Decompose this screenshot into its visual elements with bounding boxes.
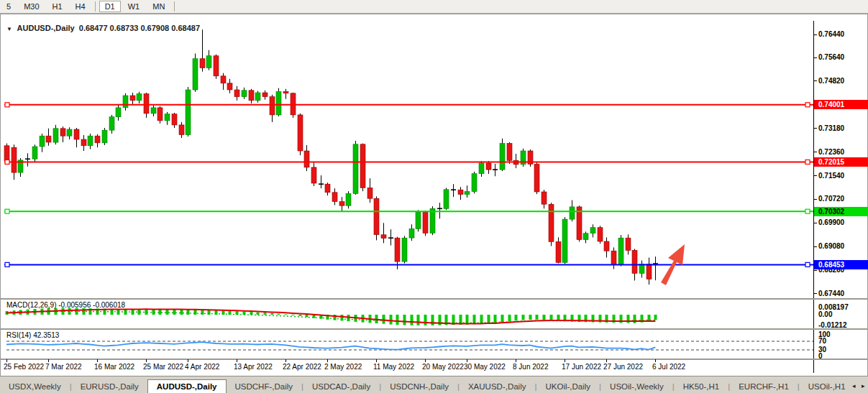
timeframe-button-5[interactable]: 5 — [1, 1, 17, 12]
date-label: 8 Jun 2022 — [513, 363, 549, 371]
date-label: 7 Mar 2022 — [45, 363, 82, 371]
timeframe-button-m30[interactable]: M30 — [18, 1, 45, 12]
chart-tab-xauusd-daily[interactable]: XAUUSD-,Daily — [460, 380, 535, 393]
chart-tab-eurchf-h1[interactable]: EURCHF-,H1 — [730, 380, 798, 393]
bull-candle — [165, 114, 170, 121]
macd-hist-bar — [271, 313, 274, 315]
bear-candle — [60, 129, 65, 136]
bear-candle — [542, 192, 547, 204]
bear-candle — [360, 144, 365, 188]
bull-candle — [409, 228, 414, 238]
macd-panel-separator[interactable] — [1, 298, 868, 300]
bear-candle — [4, 146, 9, 161]
price-tickmark — [813, 57, 817, 58]
macd-hist-bar — [264, 313, 267, 315]
timeframe-button-w1[interactable]: W1 — [122, 1, 146, 12]
tab-scroll-right-button[interactable]: ▸ — [859, 380, 867, 392]
timeframe-button-mn[interactable]: MN — [147, 1, 170, 12]
chart-tab-ukoil-daily[interactable]: UKOil-,Daily — [536, 380, 599, 393]
rsi-panel-separator[interactable] — [1, 328, 868, 330]
bull-candle — [618, 238, 623, 264]
macd-values: -0.005956 -0.006018 — [58, 301, 125, 309]
chart-tab-usoil-h1[interactable]: USOil-,H1 — [800, 380, 849, 393]
macd-hist-bar — [257, 313, 260, 315]
timeframe-button-h4[interactable]: H4 — [70, 1, 91, 12]
macd-hist-bar — [494, 315, 497, 323]
bear-candle — [283, 91, 288, 93]
chart-tab-usdcad-daily[interactable]: USDCAD-,Daily — [303, 380, 379, 393]
symbol-dropdown-icon[interactable]: ▼ — [6, 26, 12, 32]
macd-hist-bar — [501, 315, 504, 322]
hline-anchor — [5, 103, 9, 107]
rsi-value: 42.3513 — [33, 331, 59, 339]
price-tickmark — [813, 246, 817, 247]
bear-candle — [311, 167, 316, 183]
price-tick-label: 0.69900 — [818, 218, 844, 226]
bear-candle — [221, 76, 226, 83]
bear-candle — [332, 193, 337, 202]
bull-candle — [193, 59, 198, 90]
time-tickmark — [425, 359, 426, 362]
mt4-terminal: 5M30H1H4D1W1MN ▼ AUDUSD-,Daily 0.68477 0… — [0, 0, 868, 393]
macd-hist-bar — [396, 315, 399, 325]
bull-candle — [102, 130, 107, 143]
bear-candle — [144, 94, 149, 114]
bear-candle — [46, 136, 51, 142]
chart-tab-usdchf-daily[interactable]: USDCHF-,Daily — [227, 380, 302, 393]
bear-candle — [604, 241, 609, 251]
time-tickmark — [237, 359, 237, 362]
macd-axis-label: -0.01212 — [818, 321, 846, 329]
price-tick-label: 0.76440 — [818, 30, 844, 38]
date-label: 27 Jun 2022 — [603, 363, 643, 371]
chart-tab-eurusd-daily[interactable]: EURUSD-,Daily — [72, 380, 147, 393]
bull-candle — [123, 96, 128, 108]
macd-hist-bar — [543, 315, 546, 320]
bear-candle — [74, 129, 79, 139]
bull-candle — [562, 219, 567, 262]
macd-hist-bar — [278, 314, 280, 315]
macd-label: MACD(12,26,9) -0.005956 -0.006018 — [6, 301, 125, 309]
time-tickmark — [565, 359, 565, 362]
date-label: 11 May 2022 — [373, 363, 414, 371]
time-tickmark — [146, 359, 147, 362]
bear-candle — [325, 184, 330, 193]
bear-candle — [632, 250, 637, 273]
time-tickmark — [516, 359, 516, 362]
chart-tab-usdcnh-daily[interactable]: USDCNH-,Daily — [381, 380, 457, 393]
date-label: 22 Apr 2022 — [283, 363, 321, 371]
bear-candle — [556, 241, 561, 262]
chart-tab-bar: USDX,Weekly|EURUSD-,DailyAUDUSD-,DailyUS… — [0, 376, 868, 393]
price-tick-label: 0.71540 — [818, 172, 844, 180]
chart-tab-usdx-weekly[interactable]: USDX,Weekly — [0, 380, 70, 393]
chart-tab-hk50-h1[interactable]: HK50-,H1 — [675, 380, 728, 393]
hline-anchor — [5, 159, 9, 164]
bear-candle — [227, 83, 232, 90]
bull-candle — [276, 91, 281, 114]
macd-hist-bar — [411, 315, 414, 325]
timeframe-button-h1[interactable]: H1 — [47, 1, 68, 12]
chart-tab-audusd-daily[interactable]: AUDUSD-,Daily — [147, 379, 227, 393]
bear-candle — [647, 264, 652, 279]
price-tickmark — [813, 175, 817, 176]
time-tickmark — [6, 359, 7, 362]
time-tickmark — [188, 359, 188, 362]
hline-anchor — [805, 262, 810, 267]
bear-candle — [381, 235, 386, 239]
date-label: 4 Apr 2022 — [185, 363, 219, 371]
chart-title: ▼ AUDUSD-,Daily 0.68477 0.68733 0.67908 … — [6, 24, 200, 32]
bear-candle — [367, 188, 373, 198]
chart-tab-usoil-weekly[interactable]: USOil-,Weekly — [601, 380, 672, 393]
bull-candle — [137, 94, 142, 101]
date-label: 17 Jun 2022 — [562, 363, 601, 371]
date-label: 16 Mar 2022 — [94, 363, 134, 371]
macd-hist-bar — [529, 315, 532, 320]
macd-axis-label: 0.00 — [818, 310, 832, 318]
bull-candle — [465, 192, 470, 195]
bear-candle — [95, 136, 100, 143]
macd-hist-bar — [403, 315, 406, 325]
timeframe-button-d1[interactable]: D1 — [99, 1, 121, 12]
tab-scroll-left-button[interactable]: ◂ — [850, 380, 858, 392]
bull-candle — [88, 136, 93, 146]
bull-candle — [67, 129, 72, 136]
price-tick-label: 0.75640 — [818, 53, 844, 61]
